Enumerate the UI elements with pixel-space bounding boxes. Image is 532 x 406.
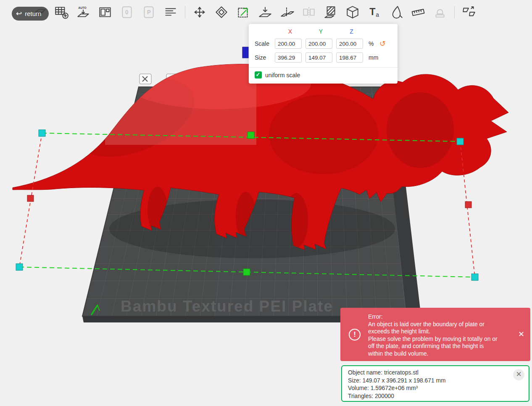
error-toast: ! Error: An object is laid over the boun… xyxy=(340,308,530,361)
scale-z-input[interactable] xyxy=(336,39,363,49)
error-title: Error: xyxy=(368,313,512,321)
info-object-name: Object name: triceratops.stl xyxy=(348,369,510,377)
axis-label-z: Z xyxy=(336,28,367,35)
size-y-input[interactable] xyxy=(306,52,332,63)
scale-handle-y[interactable] xyxy=(248,132,254,139)
axis-label-x: X xyxy=(275,28,306,35)
main-toolbar: AUTO 0 P xyxy=(29,2,480,23)
info-size: Size: 149.07 x 396.291 x 198.671 mm xyxy=(348,377,510,385)
scale-y-input[interactable] xyxy=(306,39,332,49)
svg-text:P: P xyxy=(147,9,151,16)
auto-orient-icon[interactable]: AUTO xyxy=(72,3,94,22)
scale-handle-x[interactable] xyxy=(27,195,34,202)
toolbar-separator xyxy=(185,6,185,18)
text-tool-icon[interactable]: Ta xyxy=(363,3,385,22)
return-label: return xyxy=(25,10,41,17)
reset-scale-icon[interactable]: ↻ xyxy=(379,40,386,47)
svg-text:AUTO: AUTO xyxy=(78,6,87,9)
object-info-panel: Object name: triceratops.stl Size: 149.0… xyxy=(341,365,529,402)
seam-icon[interactable] xyxy=(429,3,451,22)
checkbox-checked-icon[interactable] xyxy=(255,71,262,79)
size-row-label: Size xyxy=(255,54,275,61)
lay-on-face-icon[interactable] xyxy=(254,3,276,22)
undo-icon: ↩ xyxy=(16,9,22,18)
gizmo-z-handle[interactable] xyxy=(242,47,248,58)
panel-divider xyxy=(249,67,398,68)
size-z-input[interactable] xyxy=(336,52,363,63)
toolbar-separator xyxy=(454,6,455,18)
error-line: Please solve the problem by moving it to… xyxy=(368,335,512,343)
close-icon[interactable]: ✕ xyxy=(518,330,524,338)
move-icon[interactable] xyxy=(189,3,211,22)
page-p-icon[interactable]: P xyxy=(138,3,160,22)
arrange-icon[interactable] xyxy=(94,3,116,22)
svg-text:T: T xyxy=(369,6,375,17)
scale-handle-corner[interactable] xyxy=(16,264,23,270)
scale-handle-corner[interactable] xyxy=(471,274,478,280)
error-line: exceeds the height limit. xyxy=(368,328,512,335)
svg-text:a: a xyxy=(376,12,379,18)
plate-title: Bambu Textured PEI Plate xyxy=(121,298,333,315)
scale-handle-corner[interactable] xyxy=(457,138,464,145)
error-exclamation-icon: ! xyxy=(349,329,361,341)
split-icon[interactable] xyxy=(458,3,480,22)
mm-label: mm xyxy=(367,54,379,61)
error-line: within the build volume. xyxy=(368,350,512,358)
scale-panel: X Y Z Scale % ↻ Size mm uniform scale xyxy=(249,24,398,84)
scale-icon[interactable] xyxy=(232,3,254,22)
return-button[interactable]: ↩ return xyxy=(12,7,49,21)
uniform-scale-checkbox[interactable]: uniform scale xyxy=(255,71,392,79)
bambu-studio-window: PLA ABS PETG Bambu Textured PEI Plate xyxy=(0,0,532,406)
cut-icon[interactable] xyxy=(276,3,298,22)
svg-text:0: 0 xyxy=(125,9,129,16)
scale-x-input[interactable] xyxy=(275,39,302,49)
scale-handle-x[interactable] xyxy=(465,202,471,208)
scale-handle-y[interactable] xyxy=(243,269,250,275)
page-zero-icon[interactable]: 0 xyxy=(116,3,138,22)
size-x-input[interactable] xyxy=(275,52,302,63)
percent-label: % xyxy=(367,40,379,47)
error-line: off the plate, and confirming that the h… xyxy=(368,343,512,350)
measure-icon[interactable] xyxy=(407,3,429,22)
model-cube-icon[interactable] xyxy=(342,3,363,22)
axis-label-y: Y xyxy=(306,28,336,35)
error-line: An object is laid over the boundary of p… xyxy=(368,321,512,328)
scale-row-label: Scale xyxy=(255,40,275,47)
rotate-icon[interactable] xyxy=(211,3,232,22)
info-triangles: Triangles: 200000 xyxy=(348,393,510,401)
new-plate-grid-icon[interactable] xyxy=(50,3,72,22)
mirror-icon[interactable] xyxy=(298,3,320,22)
variable-layer-icon[interactable] xyxy=(160,3,182,22)
uniform-scale-label: uniform scale xyxy=(265,72,300,79)
support-paint-icon[interactable] xyxy=(320,3,342,22)
scale-handle-corner[interactable] xyxy=(39,130,45,136)
close-icon[interactable]: ✕ xyxy=(513,369,524,380)
color-paint-icon[interactable] xyxy=(385,3,407,22)
info-volume: Volume: 1.59672e+06 mm³ xyxy=(348,385,510,393)
